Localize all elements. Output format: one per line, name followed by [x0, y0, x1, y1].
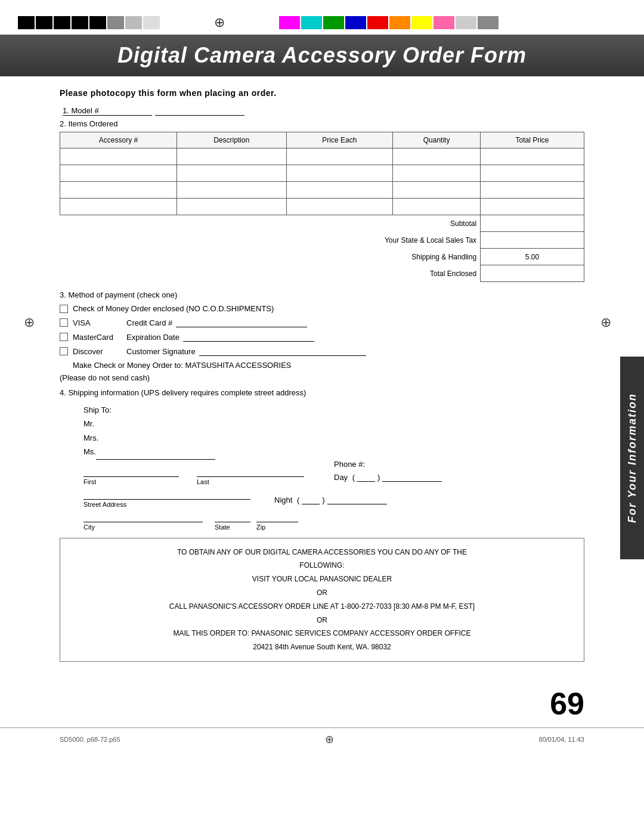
- state-label: State: [215, 524, 250, 531]
- sales-tax-label: Your State & Local Sales Tax: [60, 232, 481, 249]
- reg-square-2: [36, 16, 52, 29]
- col-price-each: Price Each: [286, 132, 393, 148]
- model-line: 1. Model #: [60, 106, 584, 116]
- night-number[interactable]: [327, 495, 387, 504]
- mastercard-checkbox[interactable]: [60, 333, 68, 341]
- reg-square-7: [125, 16, 142, 29]
- table-row: [60, 199, 584, 215]
- swatch-green: [323, 16, 344, 29]
- row1-accessory: [60, 148, 177, 165]
- phone-label: Phone #:: [334, 460, 365, 469]
- day-phone-row: Phone #:: [334, 460, 442, 469]
- col-description: Description: [177, 132, 286, 148]
- check-label: Check of Money Order enclosed (NO C.O.D.…: [73, 304, 274, 313]
- info-line-7: MAIL THIS ORDER TO: PANASONIC SERVICES C…: [72, 627, 572, 640]
- reg-square-1: [18, 16, 35, 29]
- ship-to-label: Ship To:: [83, 403, 584, 417]
- model-underline: [155, 106, 244, 116]
- street-address-group: Street Address: [83, 489, 250, 508]
- row1-total: [481, 148, 584, 165]
- ship-to-block: Ship To: Mr. Mrs. Ms.: [83, 403, 584, 460]
- swatch-pink: [434, 16, 454, 29]
- reg-square-8: [143, 16, 160, 29]
- signature-label: Customer Signature: [126, 347, 196, 356]
- side-banner: For Your Information: [620, 357, 644, 559]
- visa-checkbox[interactable]: [60, 318, 68, 327]
- photocopy-notice: Please photocopy this form when placing …: [60, 88, 584, 98]
- payment-mastercard-row: MasterCard Expiration Date: [60, 332, 584, 342]
- info-box: TO OBTAIN ANY OF OUR DIGITAL CAMERA ACCE…: [60, 538, 584, 662]
- shipping-label: Shipping & Handling: [60, 249, 481, 265]
- visa-label: VISA: [73, 318, 126, 327]
- items-ordered-label: 2. Items Ordered: [60, 119, 584, 128]
- row1-quantity: [393, 148, 481, 165]
- swatch-yellow: [411, 16, 432, 29]
- street-address-line[interactable]: [83, 489, 250, 500]
- last-name-line[interactable]: [197, 466, 304, 477]
- payment-check-row: Check of Money Order enclosed (NO C.O.D.…: [60, 304, 584, 313]
- crosshair-bottom: ⊕: [325, 733, 334, 746]
- sales-tax-value: [481, 232, 584, 249]
- address-row: Street Address Night ( ): [83, 489, 584, 508]
- check-checkbox[interactable]: [60, 305, 68, 313]
- row2-description: [177, 165, 286, 182]
- night-label: Night: [274, 496, 292, 504]
- first-name-label: First: [83, 478, 179, 485]
- zip-line[interactable]: [256, 512, 298, 522]
- info-line-2: FOLLOWING:: [72, 559, 572, 572]
- page-number: 69: [0, 686, 644, 721]
- items-table: Accessory # Description Price Each Quant…: [60, 132, 584, 282]
- row3-description: [177, 182, 286, 199]
- expiration-field[interactable]: [183, 332, 314, 342]
- day-area-code[interactable]: [357, 472, 375, 482]
- last-name-label: Last: [197, 478, 304, 485]
- city-group: City: [83, 512, 203, 531]
- day-phone-input-row: Day ( ): [334, 472, 442, 482]
- crosshair-top-center: ⊕: [208, 11, 231, 35]
- table-row: [60, 182, 584, 199]
- shipping-row: Shipping & Handling 5.00: [60, 249, 584, 265]
- night-phone-group: Night ( ): [274, 495, 387, 508]
- row3-total: [481, 182, 584, 199]
- state-group: State: [215, 512, 250, 531]
- reg-square-3: [54, 16, 70, 29]
- day-number[interactable]: [382, 472, 442, 482]
- table-row: [60, 165, 584, 182]
- first-name-line[interactable]: [83, 466, 179, 477]
- night-phone-row: Night ( ): [274, 495, 387, 504]
- zip-label: Zip: [256, 524, 298, 531]
- row4-price: [286, 199, 393, 215]
- shipping-value: 5.00: [481, 249, 584, 265]
- swatch-blue: [345, 16, 366, 29]
- shipping-section-title: 4. Shipping information (UPS delivery re…: [60, 388, 584, 397]
- row3-quantity: [393, 182, 481, 199]
- city-line[interactable]: [83, 512, 203, 522]
- salutation-mrs: Mrs.: [83, 431, 584, 445]
- name-fields-row: First Last Phone #: Day ( ): [83, 460, 584, 485]
- col-quantity: Quantity: [393, 132, 481, 148]
- credit-card-field[interactable]: [176, 318, 307, 327]
- row2-price: [286, 165, 393, 182]
- discover-label: Discover: [73, 347, 126, 356]
- city-state-zip-row: City State Zip: [83, 512, 584, 531]
- swatch-mid-gray: [478, 16, 499, 29]
- discover-checkbox[interactable]: [60, 347, 68, 355]
- signature-field[interactable]: [199, 346, 366, 356]
- no-cash-notice: (Please do not send cash): [60, 373, 584, 382]
- reg-square-4: [72, 16, 88, 29]
- row1-description: [177, 148, 286, 165]
- info-line-5: CALL PANASONIC'S ACCESSORY ORDER LINE AT…: [72, 600, 572, 614]
- row4-description: [177, 199, 286, 215]
- info-line-3: VISIT YOUR LOCAL PANASONIC DEALER: [72, 572, 572, 586]
- city-label: City: [83, 524, 203, 531]
- salutation-ms: Ms.: [83, 445, 584, 459]
- phone-group: Phone #: Day ( ): [334, 460, 442, 485]
- night-area-code[interactable]: [302, 495, 320, 504]
- model-label: 1. Model #: [63, 106, 152, 116]
- info-line-4: OR: [72, 586, 572, 600]
- state-line[interactable]: [215, 512, 250, 522]
- credit-card-label: Credit Card #: [126, 318, 172, 327]
- info-line-8: 20421 84th Avenue South Kent, WA. 98032: [72, 640, 572, 654]
- row3-price: [286, 182, 393, 199]
- row4-accessory: [60, 199, 177, 215]
